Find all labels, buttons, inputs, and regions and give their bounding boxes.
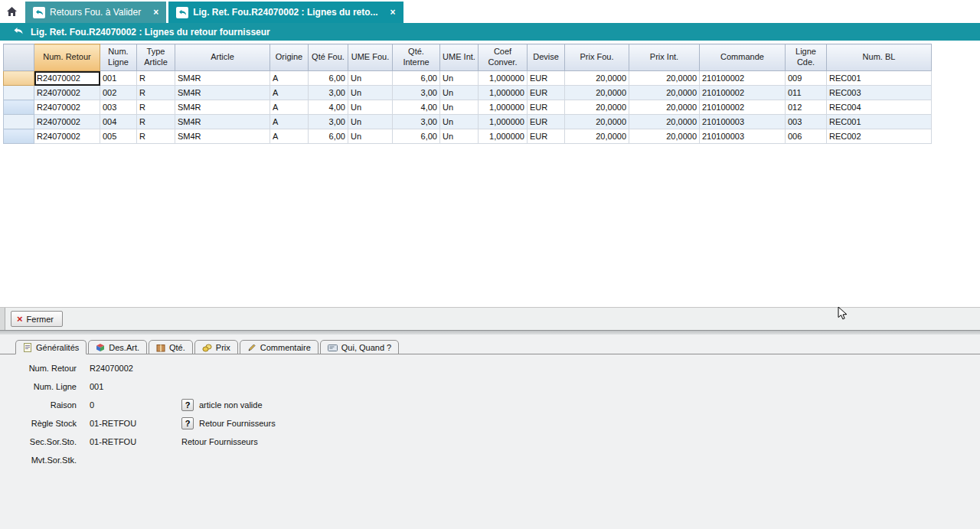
cell[interactable]: 20,0000 [565, 71, 629, 86]
cell[interactable]: Un [348, 100, 393, 115]
cell[interactable]: R [137, 71, 175, 86]
column-header-origine[interactable]: Origine [270, 44, 309, 71]
cell[interactable]: SM4R [175, 100, 270, 115]
cell[interactable]: REC001 [827, 71, 932, 86]
detail-tab-des-art[interactable]: Des.Art. [88, 340, 147, 354]
cell[interactable]: 012 [786, 100, 827, 115]
cell[interactable]: 20,0000 [629, 100, 700, 115]
cell[interactable]: R24070002 [34, 86, 100, 100]
cell[interactable]: EUR [528, 115, 565, 129]
detail-tab-qte[interactable]: Qté. [149, 340, 193, 354]
cell[interactable]: A [270, 71, 309, 86]
column-header-ligne-cde[interactable]: Ligne Cde. [786, 44, 827, 71]
cell[interactable]: A [270, 86, 309, 100]
field-value[interactable]: 01-RETFOU [90, 437, 181, 446]
fermer-button[interactable]: × Fermer [11, 311, 63, 327]
cell[interactable]: 1,000000 [479, 115, 528, 129]
cell[interactable]: REC002 [827, 129, 932, 144]
cell[interactable]: 6,00 [393, 129, 440, 144]
tab-retours-fou-a-valider[interactable]: Retours Fou. à Valider × [25, 2, 166, 23]
cell[interactable]: 3,00 [309, 115, 348, 129]
cell[interactable]: REC001 [827, 115, 932, 129]
cell[interactable]: R24070002 [34, 100, 100, 115]
cell[interactable]: 20,0000 [629, 86, 700, 100]
cell[interactable]: Un [440, 115, 479, 129]
close-tab-icon[interactable]: × [390, 7, 396, 18]
cell[interactable]: 20,0000 [565, 86, 629, 100]
cell[interactable]: 6,00 [393, 71, 440, 86]
field-value[interactable]: 0 [90, 400, 181, 410]
cell[interactable]: Un [440, 71, 479, 86]
cell[interactable]: R24070002 [34, 71, 100, 86]
cell[interactable]: Un [348, 71, 393, 86]
cell[interactable]: 210100003 [700, 129, 786, 144]
column-header-prix-int[interactable]: Prix Int. [629, 44, 700, 71]
close-tab-icon[interactable]: × [153, 7, 158, 18]
cell[interactable]: Un [440, 129, 479, 144]
cell[interactable]: A [270, 100, 309, 115]
cell[interactable]: 1,000000 [479, 71, 528, 86]
cell[interactable]: 002 [100, 86, 137, 100]
cell[interactable]: EUR [528, 71, 565, 86]
cell[interactable]: 6,00 [309, 71, 348, 86]
field-value[interactable]: R24070002 [90, 364, 181, 373]
cell[interactable]: 20,0000 [565, 129, 629, 144]
cell[interactable]: 20,0000 [629, 129, 700, 144]
cell[interactable]: 003 [100, 100, 137, 115]
cell[interactable]: EUR [528, 100, 565, 115]
cell[interactable]: 210100002 [700, 100, 786, 115]
column-header-prix-fou[interactable]: Prix Fou. [565, 44, 629, 71]
cell[interactable]: Un [348, 129, 393, 144]
cell[interactable]: Un [440, 100, 479, 115]
cell[interactable]: 3,00 [309, 86, 348, 100]
help-button[interactable]: ? [181, 399, 194, 411]
column-header-num-ligne[interactable]: Num. Ligne [100, 44, 137, 71]
cell[interactable]: EUR [528, 86, 565, 100]
cell[interactable]: REC003 [827, 86, 932, 100]
column-header-ume-fou[interactable]: UME Fou. [348, 44, 393, 71]
row-selector[interactable] [4, 71, 34, 86]
cell[interactable]: R [137, 115, 175, 129]
home-button[interactable] [0, 2, 23, 23]
cell[interactable]: R24070002 [34, 115, 100, 129]
cell[interactable]: 004 [100, 115, 137, 129]
splitter-grip[interactable] [0, 308, 5, 331]
cell[interactable]: 005 [100, 129, 137, 144]
cell[interactable]: 6,00 [309, 129, 348, 144]
cell[interactable]: 011 [786, 86, 827, 100]
row-selector[interactable] [4, 115, 34, 129]
column-header-coef-conver[interactable]: Coef Conver. [479, 44, 528, 71]
cell[interactable]: SM4R [175, 115, 270, 129]
table-corner-cell[interactable] [4, 44, 34, 71]
cell[interactable]: 1,000000 [479, 86, 528, 100]
cell[interactable]: 210100002 [700, 71, 786, 86]
row-selector[interactable] [4, 100, 34, 115]
cell[interactable]: Un [440, 86, 479, 100]
column-header-qte-interne[interactable]: Qté. Interne [393, 44, 440, 71]
cell[interactable]: 20,0000 [565, 100, 629, 115]
detail-tab-generalites[interactable]: Généralités [15, 340, 87, 354]
cell[interactable]: REC004 [827, 100, 932, 115]
cell[interactable]: 4,00 [393, 100, 440, 115]
detail-tab-commentaire[interactable]: Commentaire [240, 340, 318, 354]
field-value[interactable]: 001 [90, 382, 181, 391]
cell[interactable]: 210100003 [700, 115, 786, 129]
cell[interactable]: 20,0000 [565, 115, 629, 129]
help-button[interactable]: ? [181, 417, 194, 429]
cell[interactable]: A [270, 129, 309, 144]
cell[interactable]: 3,00 [393, 86, 440, 100]
cell[interactable]: 009 [786, 71, 827, 86]
cell[interactable]: 001 [100, 71, 137, 86]
column-header-article[interactable]: Article [175, 44, 270, 71]
cell[interactable]: EUR [528, 129, 565, 144]
cell[interactable]: 3,00 [393, 115, 440, 129]
cell[interactable]: 20,0000 [629, 71, 700, 86]
column-header-num-retour[interactable]: Num. Retour [34, 44, 100, 71]
row-selector[interactable] [4, 86, 34, 100]
column-header-qte-fou[interactable]: Qté Fou. [309, 44, 348, 71]
cell[interactable]: 20,0000 [629, 115, 700, 129]
cell[interactable]: 003 [786, 115, 827, 129]
column-header-ume-int[interactable]: UME Int. [440, 44, 479, 71]
cell[interactable]: R [137, 100, 175, 115]
cell[interactable]: R24070002 [34, 129, 100, 144]
